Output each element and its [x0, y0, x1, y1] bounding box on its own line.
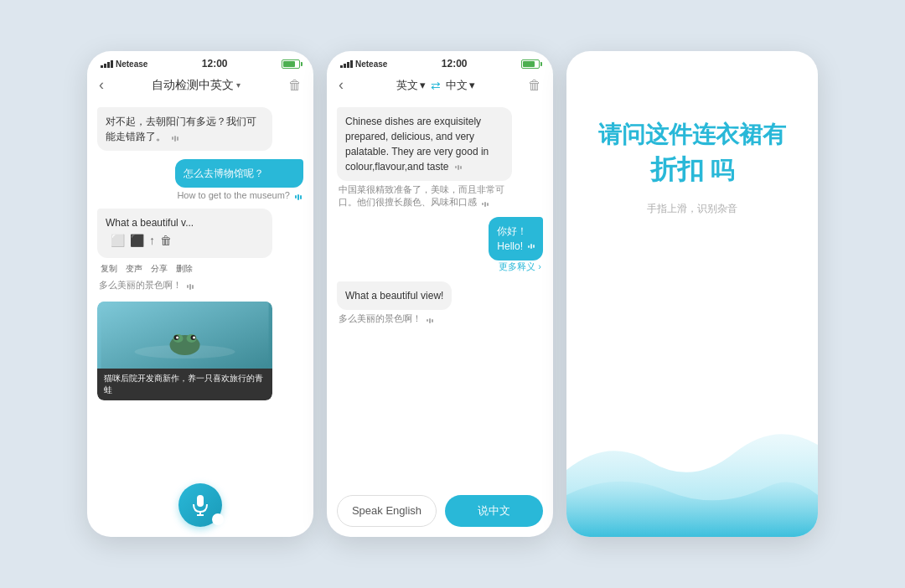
nav-bar-2: ‹ 英文 ▾ ⇄ 中文 ▾ 🗑: [327, 73, 553, 101]
lang-from-btn[interactable]: 英文 ▾: [396, 78, 426, 93]
translation-2: How to get to the museum?: [175, 190, 303, 200]
carrier-name-2: Netease: [355, 59, 387, 69]
svg-point-8: [193, 337, 195, 339]
speak-english-button[interactable]: Speak English: [337, 495, 437, 527]
translation-3: 多么美丽的景色啊！: [97, 279, 272, 291]
microphone-button[interactable]: [178, 483, 222, 527]
discount-highlight: 折扣: [650, 154, 711, 184]
phone-3: 请问这件连衣裙有 折扣 吗 手指上滑，识别杂音: [566, 51, 818, 537]
svg-point-7: [176, 337, 178, 339]
image-caption: 猫咪后院开发商新作，养一只喜欢旅行的青蛙: [97, 369, 272, 400]
share-btn[interactable]: ↑: [149, 232, 155, 250]
msg-text-2: 怎么去博物馆呢？: [184, 168, 264, 179]
carrier-name: Netease: [116, 59, 147, 69]
p2-message-2: 你好！ Hello! 更多释义 ›: [489, 217, 543, 273]
message-1: 对不起，去朝阳门有多远？我们可能走错路了。: [97, 107, 272, 151]
p2-msg-text-2: 你好！: [497, 224, 535, 239]
copy-btn[interactable]: ⬜: [111, 232, 125, 250]
bubble-left-3: What a beautiful v... ⬜ ⬛ ↑ 🗑: [97, 209, 272, 258]
svg-rect-9: [197, 495, 204, 507]
carrier-info-2: Netease: [340, 59, 387, 69]
chevron-down-icon: ▾: [236, 80, 240, 90]
nav-title-1[interactable]: 自动检测中英文 ▾: [152, 78, 240, 93]
time-display: 12:00: [202, 58, 228, 70]
p2-translation-3: 多么美丽的景色啊！: [337, 312, 452, 325]
speaker-icon-1[interactable]: [172, 136, 178, 142]
phone-1: Netease 12:00 ‹ 自动检测中英文 ▾ 🗑 对不起，去朝阳门有多远？…: [87, 51, 313, 537]
lang-selector: 英文 ▾ ⇄ 中文 ▾: [396, 78, 475, 93]
chevron-to: ▾: [469, 79, 475, 91]
image-card[interactable]: 猫咪后院开发商新作，养一只喜欢旅行的青蛙: [97, 302, 272, 400]
mic-icon: [191, 493, 209, 517]
back-button-2[interactable]: ‹: [339, 76, 344, 94]
image-illustration: [97, 302, 272, 369]
p2-bubble-3: What a beautiful view!: [337, 281, 452, 310]
main-question-text: 请问这件连衣裙有 折扣 吗: [566, 51, 818, 202]
signal-icon: [101, 60, 113, 68]
chat-area-2: Chinese dishes are exquisitely prepared,…: [327, 101, 553, 485]
time-display-2: 12:00: [442, 58, 468, 70]
status-bar-2: Netease 12:00: [327, 51, 553, 73]
battery-icon-2: [521, 59, 540, 69]
more-meanings-link[interactable]: 更多释义 ›: [489, 260, 543, 273]
speak-chinese-button[interactable]: 说中文: [445, 495, 543, 527]
p2-bubble-2: 你好！ Hello!: [489, 217, 543, 260]
swap-icon[interactable]: ⇄: [431, 79, 441, 92]
msg-text-3: What a beautiful v...: [106, 217, 194, 229]
message-3: What a beautiful v... ⬜ ⬛ ↑ 🗑 复制 变声 分享 删…: [97, 209, 272, 291]
trash-icon-2[interactable]: 🗑: [528, 78, 541, 93]
delete-btn[interactable]: 🗑: [160, 232, 172, 250]
p2-msg-text-1: Chinese dishes are exquisitely prepared,…: [345, 116, 489, 173]
context-menu: ⬜ ⬛ ↑ 🗑: [106, 230, 177, 251]
message-4-image: 猫咪后院开发商新作，养一只喜欢旅行的青蛙: [97, 300, 272, 400]
nav-bar-1: ‹ 自动检测中英文 ▾ 🗑: [87, 73, 313, 101]
status-bar-1: Netease 12:00: [87, 51, 313, 73]
p2-translation-1: 中国菜很精致准备了，美味，而且非常可口。他们很擅长颜色、风味和口感: [337, 183, 512, 209]
phone-2: Netease 12:00 ‹ 英文 ▾ ⇄ 中文 ▾ 🗑: [327, 51, 553, 537]
bubble-left-1: 对不起，去朝阳门有多远？我们可能走错路了。: [97, 107, 272, 151]
carrier-info: Netease: [101, 59, 147, 69]
battery-icon: [282, 59, 300, 69]
p2-translation-2: Hello!: [497, 239, 535, 254]
context-labels: 复制 变声 分享 删除: [97, 261, 272, 276]
hint-text: 手指上滑，识别杂音: [566, 202, 818, 233]
trash-icon[interactable]: 🗑: [288, 78, 302, 93]
lang-to-btn[interactable]: 中文 ▾: [446, 78, 475, 93]
p2-message-1: Chinese dishes are exquisitely prepared,…: [337, 107, 512, 209]
message-2: 怎么去博物馆呢？ How to get to the museum?: [175, 159, 303, 200]
transform-btn[interactable]: ⬛: [130, 232, 144, 250]
mic-area-1: [87, 473, 313, 537]
image-placeholder: [97, 302, 272, 369]
bubble-right-2: 怎么去博物馆呢？: [175, 159, 303, 188]
signal-icon-2: [340, 60, 353, 68]
back-button[interactable]: ‹: [99, 76, 104, 94]
chat-area-1: 对不起，去朝阳门有多远？我们可能走错路了。 怎么去博物馆呢？ How to ge…: [87, 101, 313, 473]
msg-text-1: 对不起，去朝阳门有多远？我们可能走错路了。: [106, 116, 256, 142]
p2-msg-text-3: What a beautiful view!: [345, 290, 443, 302]
p2-message-3: What a beautiful view! 多么美丽的景色啊！: [337, 281, 452, 325]
chevron-from: ▾: [420, 79, 426, 91]
bottom-buttons-area: Speak English 说中文: [327, 485, 553, 537]
p2-bubble-1: Chinese dishes are exquisitely prepared,…: [337, 107, 512, 181]
